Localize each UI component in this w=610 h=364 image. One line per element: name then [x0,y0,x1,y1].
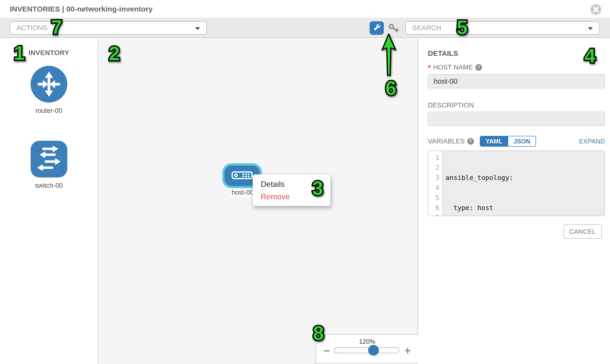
description-field[interactable] [428,112,605,126]
code-line: type: host [445,203,605,213]
zoom-out-button[interactable]: − [324,345,330,356]
required-asterisk: * [428,64,431,71]
description-label: DESCRIPTION [428,102,474,109]
key-icon [388,30,400,35]
topology-canvas[interactable]: host-00 Details Remove 120% − + [99,39,418,364]
help-icon[interactable]: ? [475,64,482,71]
search-dropdown[interactable]: SEARCH [405,21,600,35]
tab-yaml[interactable]: YAML [480,136,508,147]
variables-code-editor: 1 2 3 4 5 6 7 ansible_topology: type: ho… [428,151,605,216]
code-line-numbers: 1 2 3 4 5 6 7 [428,151,442,216]
toolbar: ACTIONS [0,18,610,38]
host-server-icon [232,171,253,180]
actions-dropdown[interactable]: ACTIONS [10,21,207,35]
router-icon [31,99,67,103]
close-button[interactable] [590,4,601,15]
zoom-in-button[interactable]: + [404,345,411,356]
variables-row: VARIABLES ? YAML JSON EXPAND [428,136,605,147]
details-heading: DETAILS [428,50,458,58]
actions-dropdown-label: ACTIONS [17,24,48,32]
switch-icon [31,174,67,178]
page-header: INVENTORIES | 00-networking-inventory [0,0,610,18]
sidebar-device-router[interactable]: router-00 [0,66,98,115]
host-name-field[interactable]: host-00 [428,74,605,88]
context-menu: Details Remove [253,174,330,206]
close-icon [590,12,601,16]
sidebar-device-switch[interactable]: switch-00 [0,141,98,189]
expand-link[interactable]: EXPAND [579,138,605,145]
code-text-area[interactable]: ansible_topology: type: host name: host-… [442,151,605,216]
description-label-row: DESCRIPTION [428,102,474,109]
zoom-slider-thumb[interactable] [368,345,379,356]
zoom-slider-track[interactable] [334,347,400,353]
context-menu-item-remove[interactable]: Remove [253,190,330,203]
host-name-label-row: * HOST NAME ? [428,64,482,71]
help-icon[interactable]: ? [467,138,474,145]
chevron-down-icon [588,27,593,30]
inventory-topology-app: INVENTORIES | 00-networking-inventory AC… [0,0,610,364]
cancel-button[interactable]: CANCEL [563,224,602,239]
chevron-down-icon [195,27,200,30]
details-panel: DETAILS * HOST NAME ? host-00 DESCRIPTIO… [419,39,610,364]
host-name-label: HOST NAME [433,64,473,71]
inventory-sidebar: INVENTORY [0,39,98,364]
sidebar-heading: INVENTORY [0,49,98,57]
search-dropdown-label: SEARCH [412,24,441,32]
wrench-icon [372,23,382,33]
variables-label: VARIABLES [428,138,465,145]
device-label: switch-00 [0,182,98,189]
toolbox-button[interactable] [370,21,384,35]
node-label: host-00 [230,188,255,196]
variables-format-toggle: YAML JSON [480,136,536,147]
key-button[interactable] [388,23,400,34]
tab-json[interactable]: JSON [508,136,536,147]
zoom-control: 120% − + [316,334,418,364]
context-menu-item-details[interactable]: Details [253,178,330,190]
device-label: router-00 [0,107,98,115]
zoom-level-readout: 120% [316,338,418,345]
page-title: INVENTORIES | 00-networking-inventory [10,0,153,18]
code-line: ansible_topology: [445,173,605,182]
